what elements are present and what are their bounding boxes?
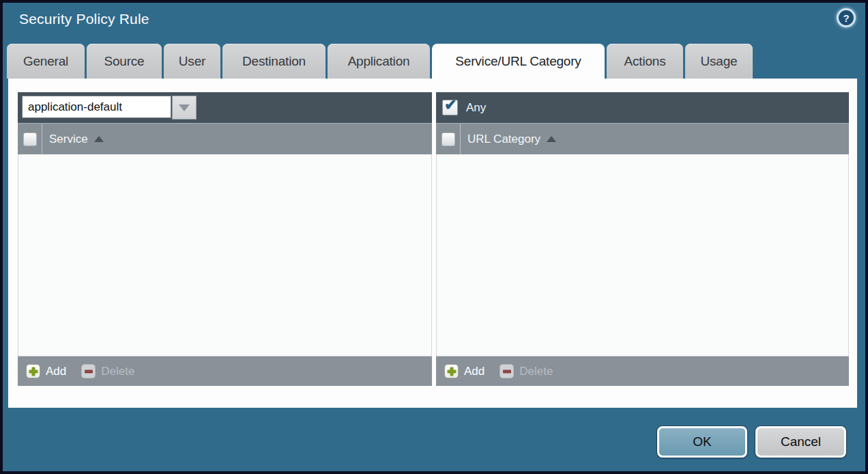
add-icon [444, 364, 459, 378]
tab-application[interactable]: Application [328, 44, 430, 79]
tab-user[interactable]: User [164, 44, 220, 79]
add-icon [26, 364, 40, 378]
help-icon[interactable]: ? [837, 8, 856, 27]
service-select-all-cell [18, 124, 42, 154]
url-category-column-label: URL Category [467, 133, 540, 146]
service-topbar [18, 92, 432, 123]
service-type-dropdown [22, 96, 197, 120]
url-category-select-all-cell [436, 124, 461, 154]
security-policy-rule-dialog: Security Policy Rule ? General Source Us… [0, 0, 868, 474]
service-add-button[interactable]: Add [26, 364, 66, 378]
url-category-delete-label: Delete [519, 365, 553, 378]
any-checkbox[interactable]: ✔ [442, 100, 458, 115]
service-footer: Add Delete [18, 356, 432, 386]
service-column-label: Service [49, 133, 88, 146]
service-column-header: Service [18, 123, 432, 154]
url-category-add-label: Add [464, 365, 484, 378]
url-category-column-header: URL Category [436, 123, 849, 154]
url-category-add-button[interactable]: Add [444, 364, 484, 378]
service-delete-label: Delete [101, 365, 134, 378]
any-checkbox-row: ✔ Any [442, 100, 486, 115]
tab-content-sheet: Service Add Delete [8, 79, 857, 408]
service-type-dropdown-button[interactable] [172, 96, 197, 120]
service-list[interactable] [18, 154, 432, 356]
service-column-label-wrap: Service [42, 124, 104, 154]
delete-icon [81, 364, 96, 378]
chevron-down-icon [179, 104, 190, 111]
service-add-label: Add [46, 365, 66, 378]
service-select-all-checkbox[interactable] [23, 133, 37, 146]
dialog-title: Security Policy Rule [19, 11, 149, 27]
service-delete-button[interactable]: Delete [81, 364, 134, 378]
sort-ascending-icon[interactable] [94, 136, 104, 142]
service-panel: Service Add Delete [18, 92, 432, 386]
any-label: Any [466, 101, 486, 115]
url-category-delete-button[interactable]: Delete [500, 364, 553, 378]
tab-usage[interactable]: Usage [685, 44, 753, 79]
tab-actions[interactable]: Actions [607, 44, 683, 79]
delete-icon [500, 364, 514, 378]
url-category-column-label-wrap: URL Category [461, 124, 556, 154]
tab-general[interactable]: General [7, 44, 85, 79]
tab-strip: General Source User Destination Applicat… [7, 44, 753, 79]
url-category-footer: Add Delete [436, 356, 849, 386]
url-category-topbar: ✔ Any [436, 92, 849, 123]
url-category-list[interactable] [436, 154, 849, 356]
url-category-panel: ✔ Any URL Category Add [436, 92, 849, 386]
cancel-button[interactable]: Cancel [755, 426, 846, 458]
tab-source[interactable]: Source [87, 44, 162, 79]
tab-destination[interactable]: Destination [222, 44, 326, 79]
service-type-input[interactable] [22, 96, 171, 118]
sort-ascending-icon[interactable] [547, 136, 556, 142]
tab-service-url-category[interactable]: Service/URL Category [432, 44, 605, 79]
checkmark-icon: ✔ [444, 96, 457, 114]
url-category-select-all-checkbox[interactable] [442, 133, 455, 146]
ok-button[interactable]: OK [657, 426, 747, 458]
